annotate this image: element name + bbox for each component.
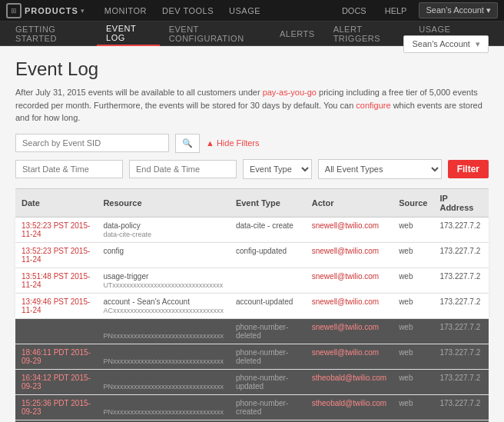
table-row[interactable]: 13:52:23 PST 2015-11-24 data-policydata-…	[15, 217, 489, 242]
page-description: After July 31, 2015 events will be avail…	[15, 86, 489, 125]
actor-link[interactable]: snewell@twilio.com	[312, 272, 379, 281]
actor-link[interactable]: stheobald@twilio.com	[312, 399, 386, 407]
table-row[interactable]: 16:34:12 PDT 2015-09-23 phone-numberPNxx…	[15, 369, 489, 394]
table-row[interactable]: phone-numberPNxxxxxxxxxxxxxxxxxxxxxxxxxx…	[15, 318, 489, 344]
table-row[interactable]: 15:25:36 PDT 2015-09-23 phone-numberPNxx…	[15, 394, 489, 420]
subnav-alerts[interactable]: ALERTS	[270, 22, 324, 46]
subnav-event-log[interactable]: EVENT LOG	[97, 22, 160, 46]
table-row[interactable]: 13:52:23 PST 2015-11-24 config config-up…	[15, 242, 489, 267]
date-link[interactable]: 13:51:48 PST 2015-11-24	[22, 272, 90, 289]
actor-link[interactable]: snewell@twilio.com	[312, 297, 379, 306]
event-type-select[interactable]: Event Type	[243, 159, 312, 179]
actor-link[interactable]: snewell@twilio.com	[312, 247, 379, 255]
col-date: Date	[15, 188, 97, 217]
date-link[interactable]: 13:52:23 PST 2015-11-24	[22, 221, 90, 238]
badge-caret: ▾	[476, 39, 480, 48]
pricing-link[interactable]: pay-as-you-go	[263, 88, 317, 97]
date-link[interactable]: 13:52:23 PST 2015-11-24	[22, 247, 90, 264]
page-title: Event Log	[15, 58, 98, 80]
account-button[interactable]: Sean's Account ▾	[419, 2, 498, 18]
col-resource: Resource	[97, 188, 230, 217]
nav-monitor[interactable]: MONITOR	[97, 0, 154, 22]
table-row[interactable]: 13:49:46 PST 2015-11-24 account - Sean's…	[15, 293, 489, 318]
subnav-event-configuration[interactable]: EVENT CONFIGURATION	[160, 22, 270, 46]
date-link[interactable]: 18:46:11 PDT 2015-09-29	[22, 348, 91, 365]
nav-docs[interactable]: DOCS	[336, 6, 373, 15]
configure-link[interactable]: configure	[356, 101, 390, 110]
date-link[interactable]: 16:34:12 PDT 2015-09-23	[22, 374, 91, 390]
subnav-alert-triggers[interactable]: ALERT TRIGGERS	[324, 22, 410, 46]
actor-link[interactable]: snewell@twilio.com	[312, 221, 379, 230]
top-nav-links: MONITOR DEV TOOLS USAGE	[97, 0, 336, 22]
account-badge-button[interactable]: Sean's Account ▾	[403, 35, 489, 53]
brand-area[interactable]: ⊞ PRODUCTS ▾	[6, 3, 85, 18]
table-row[interactable]: 18:46:11 PDT 2015-09-29 phone-numberPNxx…	[15, 344, 489, 369]
top-nav: ⊞ PRODUCTS ▾ MONITOR DEV TOOLS USAGE DOC…	[0, 0, 504, 22]
brand-label: PRODUCTS	[25, 6, 78, 15]
top-nav-right: DOCS HELP Sean's Account ▾	[336, 2, 498, 18]
filter-button[interactable]: Filter	[448, 160, 489, 178]
actor-link[interactable]: snewell@twilio.com	[312, 323, 379, 331]
hide-filters-link[interactable]: ▲ Hide Filters	[206, 138, 260, 148]
subnav-getting-started[interactable]: GETTING STARTED	[6, 22, 97, 46]
search-row: 🔍 ▲ Hide Filters	[15, 134, 489, 153]
table-row[interactable]: 13:51:48 PST 2015-11-24 usage-triggerUTx…	[15, 267, 489, 293]
date-link[interactable]: 15:25:36 PDT 2015-09-23	[22, 399, 91, 416]
actor-link[interactable]: snewell@twilio.com	[312, 348, 379, 357]
main-content: Event Log Sean's Account ▾ After July 31…	[0, 46, 504, 422]
start-date-input[interactable]	[15, 160, 123, 178]
nav-help[interactable]: HELP	[379, 6, 413, 15]
search-icon: 🔍	[182, 138, 193, 148]
end-date-input[interactable]	[129, 160, 237, 178]
actor-link[interactable]: stheobald@twilio.com	[312, 374, 386, 382]
nav-devtools[interactable]: DEV TOOLS	[154, 0, 221, 22]
logo-icon: ⊞	[6, 3, 22, 18]
search-button[interactable]: 🔍	[175, 134, 200, 153]
col-ip: IP Address	[433, 188, 489, 217]
triangle-icon: ▲	[206, 138, 214, 148]
all-event-types-select[interactable]: All Event Types	[318, 159, 442, 179]
account-caret: ▾	[486, 5, 491, 15]
col-event-type: Event Type	[230, 188, 306, 217]
event-table: Date Resource Event Type Actor Source IP…	[15, 188, 489, 423]
search-input[interactable]	[15, 134, 169, 152]
filter-row: Event Type All Event Types Filter	[15, 159, 489, 179]
col-actor: Actor	[306, 188, 393, 217]
col-source: Source	[393, 188, 433, 217]
date-link[interactable]: 13:49:46 PST 2015-11-24	[22, 297, 90, 314]
brand-caret: ▾	[81, 7, 85, 15]
nav-usage[interactable]: USAGE	[221, 0, 268, 22]
